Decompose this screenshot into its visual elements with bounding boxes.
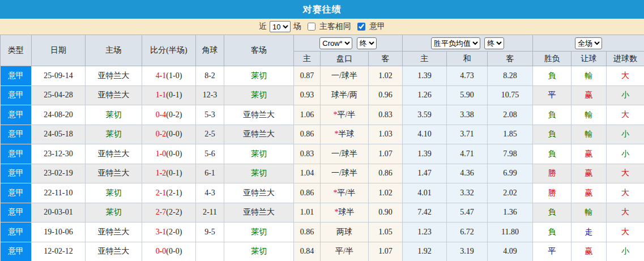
score-cell: 0-4(0-2)	[142, 105, 196, 125]
goals-cell: 大	[607, 164, 644, 183]
avg-draw-cell: 4.73	[447, 66, 488, 86]
table-row: 意甲24-08-20莱切0-4(0-2)5-3亚特兰大1.06*平/半0.833…	[1, 105, 644, 125]
avg-win-cell: 1.92	[403, 242, 447, 261]
league-filter-checkbox[interactable]	[357, 23, 365, 31]
handicap-result-cell: 赢	[572, 164, 607, 183]
avg-win-cell: 1.39	[403, 144, 447, 164]
home-odds-cell: 0.86	[294, 183, 321, 203]
handicap-cell: *平/半	[321, 105, 369, 125]
date-cell: 12-02-12	[32, 242, 86, 261]
handicap-result-cell: 赢	[572, 183, 607, 203]
home-team-cell[interactable]: 莱切	[86, 183, 142, 203]
table-row: 意甲24-05-18莱切0-2(0-0)2-5亚特兰大0.86*半球1.034.…	[1, 125, 644, 144]
col-header-wdl: 胜负	[533, 52, 572, 66]
avg-draw-cell: 3.71	[447, 125, 488, 144]
away-team-cell[interactable]: 亚特兰大	[224, 183, 294, 203]
avg-lose-cell: 2.08	[488, 105, 533, 125]
fulltime-score: 2-7	[156, 208, 167, 216]
avg-time-select[interactable]: 终	[484, 37, 504, 49]
avg-group-header: 胜平负均值 终	[403, 35, 533, 52]
match-count-select[interactable]: 10	[270, 21, 291, 32]
home-team-cell[interactable]: 亚特兰大	[86, 164, 142, 183]
score-cell: 1-1(0-1)	[142, 85, 196, 105]
col-header-type: 类型	[1, 35, 32, 66]
away-team-cell[interactable]: 莱切	[224, 66, 294, 86]
away-team-cell[interactable]: 莱切	[224, 242, 294, 261]
away-team-cell[interactable]: 莱切	[224, 144, 294, 164]
avg-lose-cell: 8.28	[488, 66, 533, 86]
away-team-cell[interactable]: 莱切	[224, 164, 294, 183]
fulltime-score: 1-0	[156, 149, 167, 158]
away-team-cell[interactable]: 莱切	[224, 85, 294, 105]
home-team-cell[interactable]: 莱切	[86, 203, 142, 223]
fulltime-score: 4-1	[156, 71, 167, 80]
home-odds-cell: 0.83	[294, 144, 321, 164]
away-odds-cell: 1.03	[369, 125, 403, 144]
home-team-cell[interactable]: 亚特兰大	[86, 242, 142, 261]
filter-bar: 近 10 场 主客相同 意甲	[0, 19, 644, 35]
home-team-cell[interactable]: 莱切	[86, 125, 142, 144]
away-team-cell[interactable]: 亚特兰大	[224, 125, 294, 144]
star-mark: *	[334, 189, 338, 197]
score-cell: 2-7(2-2)	[142, 203, 196, 223]
fulltime-score: 0-2	[156, 130, 167, 138]
corner-cell: 2-5	[196, 125, 224, 144]
score-cell: 1-0(0-0)	[142, 144, 196, 164]
period-select[interactable]: 全场	[575, 37, 602, 49]
away-team-cell[interactable]: 莱切	[224, 223, 294, 242]
corner-cell	[196, 242, 224, 261]
col-header-handicap: 盘口	[321, 52, 369, 66]
avg-lose-cell: 2.02	[488, 183, 533, 203]
fulltime-score: 0-4	[156, 110, 167, 119]
corner-cell: 5-6	[196, 144, 224, 164]
bookmaker-select[interactable]: Crow*	[319, 37, 352, 49]
same-venue-checkbox[interactable]	[308, 23, 315, 31]
handicap-cell: 平/半	[321, 242, 369, 261]
col-header-handicap-result: 让球	[572, 52, 607, 66]
table-row: 意甲22-11-10莱切2-1(2-1)4-3亚特兰大0.86*平/半1.024…	[1, 183, 644, 203]
col-header-corner: 角球	[196, 35, 224, 66]
star-mark: *	[335, 208, 339, 216]
wdl-cell: 負	[533, 66, 572, 86]
home-team-cell[interactable]: 亚特兰大	[86, 85, 142, 105]
avg-draw-cell: 5.90	[447, 85, 488, 105]
col-header-date: 日期	[32, 35, 86, 66]
odds-time-select[interactable]: 终	[357, 37, 377, 49]
score-cell: 2-1(2-1)	[142, 183, 196, 203]
col-header-score: 比分(半场)	[142, 35, 196, 66]
handicap-cell: 两球	[321, 223, 369, 242]
table-row: 意甲23-12-30亚特兰大1-0(0-0)5-6莱切0.83一/球半1.071…	[1, 144, 644, 164]
col-header-odds-home: 主	[294, 52, 321, 66]
date-cell: 23-02-19	[32, 164, 86, 183]
home-team-cell[interactable]: 亚特兰大	[86, 66, 142, 86]
league-cell: 意甲	[1, 223, 32, 242]
handicap-cell: 一/球半	[321, 144, 369, 164]
away-team-cell[interactable]: 亚特兰大	[224, 203, 294, 223]
near-label: 近	[259, 22, 267, 32]
goals-cell: 大	[607, 183, 644, 203]
table-row: 意甲25-09-14亚特兰大4-1(1-0)8-2莱切0.87一/球半1.021…	[1, 66, 644, 86]
handicap-result-cell: 赢	[572, 242, 607, 261]
goals-cell: 小	[607, 242, 644, 261]
wdl-cell: 勝	[533, 183, 572, 203]
date-cell: 24-08-20	[32, 105, 86, 125]
home-team-cell[interactable]: 亚特兰大	[86, 144, 142, 164]
col-header-away: 客场	[224, 35, 294, 66]
avg-type-select[interactable]: 胜平负均值	[431, 37, 480, 49]
date-cell: 25-09-14	[32, 66, 86, 86]
corner-cell: 6-1	[196, 164, 224, 183]
col-header-avg-win: 主	[403, 52, 447, 66]
wdl-cell: 平	[533, 242, 572, 261]
halftime-score: (0-0)	[166, 149, 182, 158]
score-cell: 1-2(0-1)	[142, 164, 196, 183]
home-odds-cell: 0.87	[294, 66, 321, 86]
corner-cell: 2-11	[196, 203, 224, 223]
handicap-cell: *球半	[321, 203, 369, 223]
handicap-result-cell: 輸	[572, 125, 607, 144]
home-team-cell[interactable]: 亚特兰大	[86, 223, 142, 242]
wdl-cell: 負	[533, 144, 572, 164]
home-team-cell[interactable]: 莱切	[86, 105, 142, 125]
league-cell: 意甲	[1, 164, 32, 183]
table-row: 意甲20-03-01莱切2-7(2-2)2-11亚特兰大1.01*球半0.907…	[1, 203, 644, 223]
away-team-cell[interactable]: 亚特兰大	[224, 105, 294, 125]
